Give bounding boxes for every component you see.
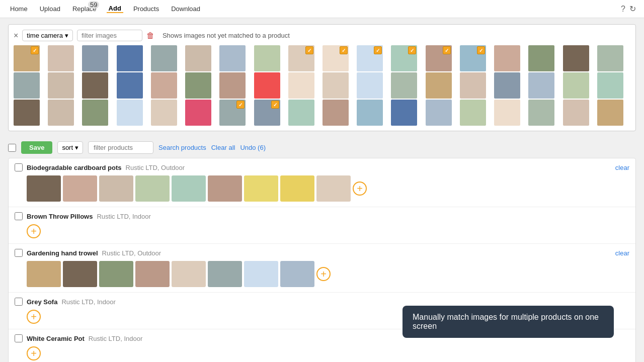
image-cell[interactable] <box>426 100 452 126</box>
product-image[interactable] <box>172 175 206 202</box>
image-cell[interactable] <box>563 45 589 71</box>
undo-button[interactable]: Undo (6) <box>240 144 266 151</box>
add-image-button[interactable]: + <box>353 182 367 196</box>
image-cell[interactable] <box>528 72 554 99</box>
image-cell[interactable] <box>48 45 74 71</box>
image-cell[interactable] <box>82 45 108 71</box>
image-cell[interactable] <box>219 72 246 99</box>
image-cell[interactable] <box>48 72 74 99</box>
image-cell[interactable] <box>288 45 314 71</box>
image-cell[interactable] <box>563 72 589 99</box>
help-icon[interactable]: ? <box>621 4 625 14</box>
add-image-button[interactable]: + <box>316 267 331 281</box>
product-image[interactable] <box>63 175 97 202</box>
product-clear-button[interactable]: clear <box>615 249 629 257</box>
image-cell[interactable] <box>151 72 177 99</box>
product-image[interactable] <box>280 175 314 202</box>
image-cell[interactable] <box>391 45 417 71</box>
product-image[interactable] <box>99 261 133 287</box>
filter-products-input[interactable] <box>88 141 153 154</box>
product-checkbox[interactable] <box>15 163 23 171</box>
image-cell[interactable] <box>528 45 554 71</box>
image-cell[interactable] <box>597 72 623 99</box>
filter-images-input[interactable] <box>77 30 142 41</box>
image-cell[interactable] <box>357 72 383 99</box>
image-cell[interactable] <box>185 72 211 99</box>
image-cell[interactable] <box>391 72 417 99</box>
image-cell[interactable] <box>254 45 280 71</box>
add-image-button[interactable]: + <box>27 346 41 360</box>
product-checkbox[interactable] <box>15 249 23 257</box>
image-cell[interactable] <box>151 100 177 126</box>
product-checkbox[interactable] <box>15 334 23 342</box>
product-image[interactable] <box>27 175 61 202</box>
image-cell[interactable] <box>82 100 108 126</box>
image-cell[interactable] <box>494 100 520 126</box>
save-button[interactable]: Save <box>21 141 52 154</box>
select-all-checkbox[interactable] <box>8 144 16 152</box>
nav-download[interactable]: Download <box>169 5 202 13</box>
image-cell[interactable] <box>14 100 40 126</box>
image-cell[interactable] <box>117 72 143 99</box>
product-image[interactable] <box>135 175 170 202</box>
product-image[interactable] <box>172 261 206 287</box>
image-cell[interactable] <box>288 72 314 99</box>
image-cell[interactable] <box>219 45 246 71</box>
product-image[interactable] <box>208 175 242 202</box>
image-cell[interactable] <box>254 100 280 126</box>
nav-upload[interactable]: Upload <box>38 5 62 13</box>
nav-products[interactable]: Products <box>131 5 161 13</box>
image-cell[interactable] <box>185 100 211 126</box>
image-cell[interactable] <box>597 45 623 71</box>
image-cell[interactable] <box>597 100 623 126</box>
add-image-button[interactable]: + <box>27 224 41 238</box>
image-cell[interactable] <box>323 100 349 126</box>
image-cell[interactable] <box>460 45 486 71</box>
image-cell[interactable] <box>563 100 589 126</box>
nav-add[interactable]: Add <box>107 5 123 13</box>
image-cell[interactable] <box>494 72 520 99</box>
nav-home[interactable]: Home <box>8 5 30 13</box>
camera-selector[interactable]: time camera ▾ <box>22 30 73 41</box>
product-image[interactable] <box>208 261 242 287</box>
image-cell[interactable] <box>494 45 520 71</box>
refresh-icon[interactable]: ↻ <box>629 4 636 14</box>
add-image-button[interactable]: + <box>27 310 41 324</box>
product-image[interactable] <box>63 261 97 287</box>
image-cell[interactable] <box>254 72 280 99</box>
product-checkbox[interactable] <box>15 212 23 220</box>
image-cell[interactable] <box>14 45 40 71</box>
image-cell[interactable] <box>460 100 486 126</box>
image-cell[interactable] <box>357 45 383 71</box>
image-cell[interactable] <box>219 100 246 126</box>
image-cell[interactable] <box>323 72 349 99</box>
image-cell[interactable] <box>185 45 211 71</box>
sort-select[interactable]: sort ▾ <box>57 141 83 154</box>
image-cell[interactable] <box>426 45 452 71</box>
product-image[interactable] <box>135 261 170 287</box>
product-clear-button[interactable]: clear <box>615 164 629 171</box>
image-cell[interactable] <box>391 100 417 126</box>
image-cell[interactable] <box>426 72 452 99</box>
clear-all-button[interactable]: Clear all <box>211 144 235 151</box>
image-cell[interactable] <box>82 72 108 99</box>
image-cell[interactable] <box>323 45 349 71</box>
image-cell[interactable] <box>48 100 74 126</box>
image-cell[interactable] <box>288 100 314 126</box>
product-image[interactable] <box>280 261 314 287</box>
search-products-button[interactable]: Search products <box>158 144 206 151</box>
product-image[interactable] <box>316 175 351 202</box>
close-button[interactable]: × <box>14 32 18 40</box>
product-image[interactable] <box>27 261 61 287</box>
image-cell[interactable] <box>460 72 486 99</box>
product-image[interactable] <box>99 175 133 202</box>
image-cell[interactable] <box>151 45 177 71</box>
image-cell[interactable] <box>117 100 143 126</box>
product-image[interactable] <box>244 175 278 202</box>
image-cell[interactable] <box>14 72 40 99</box>
product-checkbox[interactable] <box>15 298 23 306</box>
image-cell[interactable] <box>357 100 383 126</box>
image-cell[interactable] <box>117 45 143 71</box>
image-cell[interactable] <box>528 100 554 126</box>
product-image[interactable] <box>244 261 278 287</box>
